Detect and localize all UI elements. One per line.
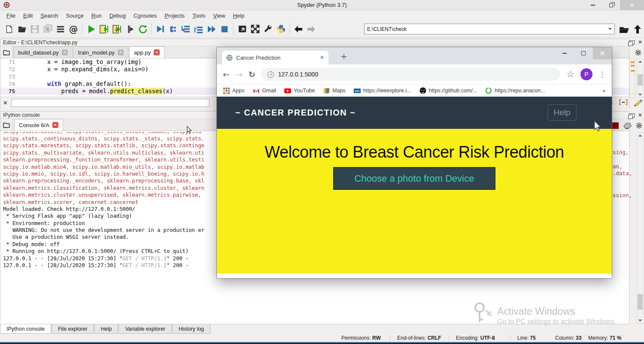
fullscreen-button[interactable] xyxy=(249,23,261,36)
browser-menu-dots-icon[interactable]: ⋮ xyxy=(598,70,606,79)
console-tab[interactable]: Console 6/A ✕ xyxy=(14,119,63,131)
find-highlight-pen-icon[interactable] xyxy=(634,98,643,107)
menu-file[interactable]: File xyxy=(3,11,19,20)
restore-button[interactable] xyxy=(602,0,620,10)
site-info-icon[interactable]: i xyxy=(267,71,274,78)
close-button[interactable]: ✕ xyxy=(620,0,644,10)
debug-stop-button[interactable] xyxy=(218,23,231,36)
bookmark-maps[interactable]: Maps xyxy=(323,87,346,94)
bookmark-gmail[interactable]: Gmail xyxy=(253,87,276,94)
symbol-finder-button[interactable]: @ xyxy=(67,23,80,36)
bottom-tab-variable-explorer[interactable]: Variable explorer xyxy=(118,324,172,334)
open-file-button[interactable] xyxy=(15,23,28,36)
tab-close-icon[interactable]: ✕ xyxy=(320,55,324,61)
menu-source[interactable]: Source xyxy=(62,11,88,20)
editor-undock-icon[interactable] xyxy=(629,40,635,46)
choose-photo-button[interactable]: Choose a photo from Device xyxy=(333,167,495,190)
browser-maximize-button[interactable] xyxy=(574,47,593,59)
console-close-pane-icon[interactable]: ✕ xyxy=(638,112,642,118)
console-scrollbar[interactable] xyxy=(637,132,644,324)
run-cell-button[interactable] xyxy=(97,23,110,36)
browser-back-icon[interactable]: ← xyxy=(223,70,230,79)
menu-help[interactable]: Help xyxy=(229,11,248,20)
browser-close-button[interactable]: ✕ xyxy=(593,47,612,59)
browse-tabs-button[interactable] xyxy=(0,46,12,58)
browser-minimize-button[interactable] xyxy=(555,47,574,59)
restart-kernel-button[interactable] xyxy=(136,23,149,36)
console-undock-icon[interactable] xyxy=(629,113,635,119)
bookmark-star-icon[interactable]: ☆ xyxy=(566,69,574,79)
python-env-button[interactable] xyxy=(274,23,287,36)
menu-edit[interactable]: Edit xyxy=(19,11,36,20)
webpage-bottom-strip xyxy=(217,274,612,278)
editor-tab-close-icon[interactable]: ✕ xyxy=(62,49,68,55)
parent-directory-button[interactable] xyxy=(631,23,644,36)
preferences-wrench-button[interactable] xyxy=(261,23,274,36)
menu-tools[interactable]: Tools xyxy=(188,11,209,20)
browser-tab[interactable]: Cancer Prediction ✕ xyxy=(222,51,328,64)
debug-step-button[interactable] xyxy=(167,23,179,36)
editor-tab-label: app.py xyxy=(134,49,151,56)
menu-debug[interactable]: Debug xyxy=(106,11,130,20)
menu-search[interactable]: Search xyxy=(36,11,62,20)
bottom-tab-file-explorer[interactable]: File explorer xyxy=(52,324,94,334)
debug-file-button[interactable] xyxy=(154,23,167,36)
editor-tab-app.py[interactable]: app.py✕ xyxy=(129,46,164,58)
editor-scrollbar[interactable] xyxy=(637,58,644,98)
back-button[interactable] xyxy=(292,23,305,36)
debug-step-into-button[interactable] xyxy=(179,23,192,36)
screen: { "window": { "title": "Spyder (Python 3… xyxy=(0,0,644,344)
debug-continue-button[interactable] xyxy=(205,23,218,36)
console-clear-eraser-icon[interactable] xyxy=(623,122,632,129)
editor-tab-train_model.py[interactable]: train_model.py✕ xyxy=(73,46,128,58)
new-file-button[interactable] xyxy=(3,23,15,36)
maximize-pane-button[interactable] xyxy=(236,23,249,36)
menu-consoles[interactable]: Consoles xyxy=(130,11,161,20)
new-tab-button[interactable]: + xyxy=(340,52,347,61)
editor-tab-build_dataset.py[interactable]: build_dataset.py✕ xyxy=(13,46,73,58)
status-separator xyxy=(510,335,510,341)
bookmark-ieee[interactable]: IEEEhttps://ieeexplore.i... xyxy=(354,87,411,94)
editor-tab-close-icon[interactable]: ✕ xyxy=(154,49,160,55)
minimize-button[interactable] xyxy=(584,0,602,10)
working-directory-combo[interactable]: E:\CLIENT\check xyxy=(364,24,615,34)
browser-forward-icon[interactable]: → xyxy=(236,70,243,79)
run-selection-button[interactable] xyxy=(123,23,136,36)
help-button[interactable]: Help xyxy=(547,104,577,121)
bookmark-apps[interactable]: Apps xyxy=(223,87,245,94)
run-cell-advance-button[interactable] xyxy=(110,23,123,36)
debug-step-return-button[interactable] xyxy=(192,23,205,36)
file-switcher-button[interactable] xyxy=(54,23,67,36)
menu-projects[interactable]: Projects xyxy=(161,11,188,20)
find-regex-icon[interactable] xyxy=(619,99,628,106)
console-stop-icon[interactable] xyxy=(612,122,619,129)
bookmark-label: https://repo.anacon... xyxy=(495,88,545,94)
run-button[interactable] xyxy=(85,23,97,36)
bottom-tab-history-log[interactable]: History log xyxy=(172,324,210,334)
bookmarks-overflow-chevron-icon[interactable]: » xyxy=(602,87,606,94)
browser-reload-icon[interactable]: ↻ xyxy=(249,70,255,79)
editor-tab-close-icon[interactable]: ✕ xyxy=(118,49,124,55)
save-all-button[interactable] xyxy=(41,23,54,36)
console-options-gear-icon[interactable] xyxy=(635,122,643,129)
editor-options-gear-icon[interactable] xyxy=(635,49,642,56)
console-tab-close-icon[interactable]: ✕ xyxy=(52,122,58,128)
combo-dropdown-icon[interactable] xyxy=(608,28,612,30)
address-bar[interactable]: i 127.0.0.1:5000 xyxy=(261,68,560,81)
bottom-tab-help[interactable]: Help xyxy=(94,324,118,334)
editor-close-pane-icon[interactable]: ✕ xyxy=(638,39,642,45)
profile-avatar[interactable]: P xyxy=(580,68,592,80)
bottom-tab-ipython-console[interactable]: IPython console xyxy=(0,324,51,334)
bookmark-anaconda[interactable]: https://repo.anacon... xyxy=(485,87,545,94)
bookmark-github[interactable]: https://github.com/... xyxy=(419,87,477,94)
bookmark-youtube[interactable]: YouTube xyxy=(284,87,315,94)
menu-view[interactable]: View xyxy=(209,11,229,20)
menu-run[interactable]: Run xyxy=(88,11,106,20)
save-button[interactable] xyxy=(28,23,41,36)
open-directory-button[interactable] xyxy=(617,23,630,36)
find-close-button[interactable]: ✕ xyxy=(3,100,8,106)
forward-button[interactable] xyxy=(305,23,318,36)
find-input[interactable] xyxy=(11,99,210,107)
taskbar-edge xyxy=(0,342,644,344)
console-browse-tabs-button[interactable] xyxy=(0,119,12,131)
